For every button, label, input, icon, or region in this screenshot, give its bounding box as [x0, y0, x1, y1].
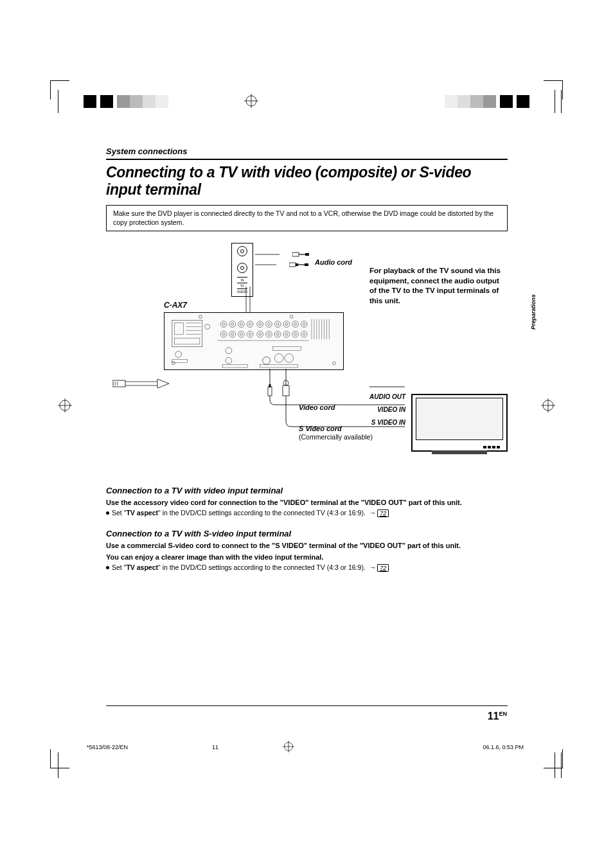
svg-point-63	[285, 333, 288, 336]
svg-point-45	[294, 323, 297, 326]
audio-out-label: AUDIO OUT	[369, 391, 405, 403]
svg-point-46	[301, 321, 307, 328]
rear-panel-diagram	[164, 312, 344, 370]
crop-line	[58, 752, 58, 778]
svg-point-39	[268, 323, 271, 326]
crop-line	[555, 752, 555, 778]
section-para: You can enjoy a clearer image than with …	[106, 553, 508, 562]
svg-point-51	[231, 333, 234, 336]
breadcrumb: System connections	[106, 146, 508, 156]
svg-point-35	[249, 323, 251, 326]
bullet-icon	[106, 511, 109, 515]
svg-point-31	[231, 323, 234, 326]
svg-rect-13	[296, 263, 298, 266]
svg-point-42	[283, 321, 290, 328]
svg-point-77	[175, 351, 182, 358]
cable-line	[241, 249, 280, 314]
svg-point-32	[238, 321, 245, 328]
svg-point-36	[257, 321, 263, 328]
svg-point-49	[222, 333, 225, 336]
section-para: Use a commercial S-video cord to connect…	[106, 541, 508, 551]
svg-point-55	[249, 333, 251, 336]
svg-rect-21	[175, 323, 184, 335]
svg-point-37	[259, 323, 262, 326]
svg-point-50	[229, 332, 236, 338]
model-label: C-AX7	[164, 301, 187, 310]
svg-point-57	[259, 333, 262, 336]
svg-point-27	[205, 324, 210, 330]
registration-cross-icon	[244, 94, 258, 108]
svg-point-38	[266, 321, 272, 328]
svg-point-84	[285, 354, 294, 363]
svg-point-43	[285, 323, 288, 326]
svg-point-16	[199, 315, 202, 319]
svg-point-83	[274, 354, 283, 363]
section-heading: Connection to a TV with S-video input te…	[106, 529, 508, 538]
page-content: System connections Connecting to a TV wi…	[106, 146, 508, 572]
svg-point-58	[266, 332, 272, 338]
plug-icon	[292, 251, 310, 258]
svg-point-47	[303, 323, 305, 326]
registration-cross-icon	[541, 398, 555, 412]
footer-page: 11	[212, 744, 218, 750]
svg-rect-86	[272, 347, 301, 351]
registration-cross-icon	[58, 398, 72, 412]
crop-mark	[544, 749, 563, 768]
cable-arrow-icon	[112, 378, 170, 393]
svg-point-40	[274, 321, 281, 328]
svg-rect-9	[292, 252, 299, 256]
svg-rect-85	[260, 364, 298, 368]
svg-point-17	[290, 315, 293, 319]
page-ref: 72	[377, 564, 389, 572]
svg-point-30	[229, 321, 236, 328]
page-title: Connecting to a TV with video (composite…	[106, 164, 508, 199]
svg-point-64	[292, 332, 299, 338]
svg-rect-20	[172, 321, 202, 347]
svg-rect-11	[305, 253, 309, 256]
svg-point-41	[276, 323, 279, 326]
svg-rect-12	[289, 263, 296, 267]
svg-point-61	[276, 333, 279, 336]
svg-point-65	[294, 333, 297, 336]
warning-note: Make sure the DVD player is connected di…	[106, 205, 508, 231]
bullet-item: Set "TV aspect" in the DVD/CD settings a…	[106, 509, 508, 517]
footer-rule	[106, 705, 508, 706]
bullet-icon	[106, 566, 109, 569]
svg-point-33	[240, 323, 242, 326]
svg-point-62	[283, 332, 290, 338]
svg-point-53	[240, 333, 242, 336]
svg-point-44	[292, 321, 299, 328]
svg-rect-81	[222, 364, 247, 368]
svg-point-79	[226, 348, 232, 354]
svg-point-54	[247, 332, 253, 338]
svg-point-59	[268, 333, 271, 336]
section-heading: Connection to a TV with video input term…	[106, 486, 508, 495]
footer-doc-id: *5613/08-22/EN	[87, 744, 128, 750]
svg-point-34	[247, 321, 253, 328]
svideo-in-label: S VIDEO IN	[369, 416, 405, 429]
svg-rect-94	[268, 387, 272, 396]
svg-point-29	[222, 323, 225, 326]
svg-point-56	[257, 332, 263, 338]
connection-info: For playback of the TV sound via this eq…	[369, 266, 508, 306]
registration-bar-top	[0, 90, 613, 113]
section-tab: Preparations	[530, 294, 537, 330]
svg-point-80	[226, 358, 232, 364]
heading-rule	[106, 159, 508, 160]
footer-meta: *5613/08-22/EN 11 06.1.6, 0:53 PM	[87, 744, 524, 750]
svg-point-48	[220, 332, 227, 338]
svg-rect-15	[305, 263, 308, 266]
plug-icon	[289, 261, 311, 269]
footer-timestamp: 06.1.6, 0:53 PM	[483, 744, 524, 750]
svg-point-19	[333, 362, 336, 365]
section-para: Use the accessory video cord for connect…	[106, 498, 508, 508]
connection-diagram: Preparations C-AX7 IN TV AUDIO Audio cor…	[106, 243, 508, 474]
svg-marker-93	[157, 379, 169, 388]
svideo-cord-label: S Video cord	[299, 425, 342, 432]
video-cord-label: Video cord	[299, 403, 335, 411]
svg-point-82	[263, 357, 271, 365]
bullet-item: Set "TV aspect" in the DVD/CD settings a…	[106, 563, 508, 572]
page-ref: 72	[377, 509, 389, 517]
page-number: 11EN	[488, 711, 507, 722]
registration-cross-icon	[283, 741, 294, 754]
